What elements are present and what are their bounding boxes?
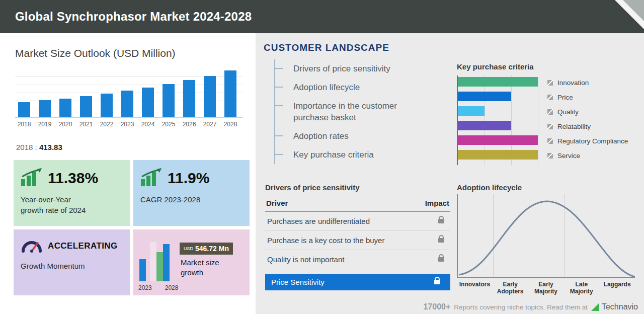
criteria-bar-regulatory-compliance — [458, 135, 538, 145]
year-axis-label: 2019 — [39, 121, 51, 128]
legend-item: Relatability — [547, 119, 628, 134]
year-axis-label: 2025 — [163, 121, 175, 128]
growth-label-line2: growth — [181, 268, 203, 277]
legend-swatch-icon — [547, 95, 553, 100]
cagr-value: 11.9% — [168, 170, 209, 187]
market-size-bar-2025 — [163, 84, 175, 117]
price-sensitivity-title: Drivers of price sensitivity — [265, 183, 360, 192]
momentum-label: Growth Momentum — [21, 261, 123, 271]
growth-label-line1: Market size — [181, 258, 219, 267]
legend-swatch-icon — [547, 80, 553, 86]
mini-bar-2023 — [139, 259, 146, 281]
infographic-page: Global Synchrophasor Market 2024-2028 Ma… — [0, 0, 644, 314]
stage-label: Laggards — [599, 281, 635, 295]
market-size-bar-2021 — [80, 96, 92, 117]
year-axis-label: 2018 — [18, 121, 30, 128]
purchase-criteria-bars — [458, 77, 538, 160]
criteria-bar-service — [458, 150, 538, 160]
lock-icon — [438, 257, 444, 262]
year-axis-label: 2027 — [204, 121, 216, 128]
legend-item: Regulatory Compliance — [547, 134, 628, 148]
momentum-card: ACCELERATING Growth Momentum — [14, 229, 130, 295]
impact-column-header: Impact — [425, 199, 449, 207]
legend-item: Service — [547, 148, 628, 163]
purchase-criteria-chart — [457, 75, 540, 165]
speedometer-icon — [21, 238, 43, 255]
adoption-stage-labels: InnovatorsEarly AdoptersEarly MajorityLa… — [457, 281, 635, 295]
badge-amount: 546.72 Mn — [195, 245, 229, 253]
brand-name: Technavio — [602, 302, 638, 311]
legend-item: Innovation — [547, 75, 628, 90]
stage-label: Late Majority — [564, 281, 599, 295]
report-count: 17000+ — [423, 302, 450, 311]
page-title: Global Synchrophasor Market 2024-2028 — [0, 0, 644, 24]
legend-swatch-icon — [547, 153, 553, 159]
yoy-desc-line2: growth rate of 2024 — [21, 206, 86, 214]
market-growth-badge: USD546.72 Mn — [180, 243, 233, 255]
base-year-note: 2018 : 413.83 — [16, 143, 62, 151]
customer-landscape-list: Drivers of price sensitivityAdoption lif… — [274, 59, 409, 164]
year-axis-label: 2020 — [59, 121, 71, 128]
price-sensitivity-highlight-row: Price Sensitivity — [265, 274, 450, 290]
technavio-triangle-icon — [591, 303, 599, 311]
criteria-bar-innovation — [458, 77, 538, 87]
adoption-lifecycle-chart — [457, 194, 635, 278]
gridline — [538, 75, 538, 165]
market-size-chart: 2018201920202021202220232024202520262027… — [15, 69, 243, 128]
legend-swatch-icon — [547, 124, 553, 129]
customer-landscape-panel: CUSTOMER LANDSCAPE Drivers of price sens… — [256, 33, 644, 314]
mini-bar-mid — [156, 252, 163, 281]
market-size-bar-2020 — [59, 99, 71, 117]
year-axis-label: 2021 — [80, 121, 92, 128]
base-year: 2018 — [16, 143, 33, 151]
market-size-bar-2028 — [224, 70, 236, 117]
driver-row: Quality is not important — [265, 250, 450, 269]
year-axis-label: 2028 — [224, 121, 236, 128]
driver-label: Purchases are undifferentiated — [267, 217, 370, 225]
growth-bars-icon — [21, 168, 43, 188]
table-header: Driver Impact — [265, 196, 450, 212]
legend-item: Quality — [547, 105, 628, 119]
stage-label: Innovators — [457, 281, 493, 295]
landscape-item: Importance in the customer purchase bask… — [275, 97, 409, 127]
legend-label: Quality — [557, 108, 579, 116]
price-sensitivity-label: Price Sensitivity — [271, 278, 325, 286]
landscape-item: Key purchase criteria — [275, 145, 409, 164]
year-axis-label: 2026 — [183, 121, 195, 128]
bell-curve — [458, 194, 636, 278]
purchase-criteria-title: Key purchase criteria — [457, 62, 534, 71]
momentum-title: ACCELERATING — [48, 241, 118, 251]
mini-chart-years: 2023 2028 — [138, 284, 178, 291]
lock-icon — [438, 219, 444, 223]
adoption-lifecycle-title: Adoption lifecycle — [457, 183, 522, 192]
yoy-value: 11.38% — [48, 170, 98, 187]
purchase-criteria-legend: InnovationPriceQualityRelatabilityRegula… — [547, 75, 628, 163]
corner-decoration-gray — [623, 0, 644, 21]
yoy-desc-line1: Year-over-Year — [21, 195, 71, 204]
driver-label: Purchase is a key cost to the buyer — [267, 236, 384, 245]
mini-bar-2028 — [163, 244, 170, 281]
legend-label: Regulatory Compliance — [557, 137, 628, 145]
market-size-bars — [15, 69, 243, 118]
criteria-bar-quality — [458, 106, 485, 116]
market-growth-card: 2023 2028 USD546.72 Mn Market size growt… — [133, 229, 250, 295]
technavio-logo: Technavio — [591, 302, 638, 311]
mini-bar-2028-group — [150, 242, 170, 281]
stage-label: Early Majority — [528, 281, 564, 295]
legend-swatch-icon — [547, 138, 553, 144]
criteria-bar-relatability — [458, 121, 511, 130]
landscape-item: Adoption rates — [275, 127, 409, 145]
market-size-panel: Market Size Outlook (USD Million) 201820… — [0, 33, 256, 314]
landscape-item: Adoption lifecycle — [275, 78, 409, 97]
yoy-growth-card: 11.38% Year-over-Year growth rate of 202… — [14, 160, 130, 226]
footer-message: Reports covering niche topics. Read them… — [454, 303, 588, 311]
price-driver-rows: Purchases are undifferentiatedPurchase i… — [265, 212, 450, 269]
year-axis-label: 2022 — [101, 121, 113, 128]
market-size-bar-2022 — [101, 94, 113, 117]
stage-label: Early Adopters — [493, 281, 528, 295]
market-size-bar-2019 — [39, 100, 51, 117]
mini-year-end: 2028 — [165, 284, 179, 291]
cagr-label: CAGR 2023-2028 — [140, 194, 243, 205]
year-axis-label: 2023 — [121, 121, 133, 128]
base-separator: : — [35, 143, 37, 151]
